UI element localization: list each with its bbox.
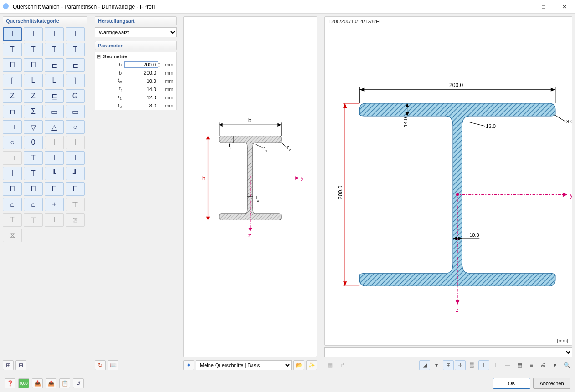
profile-cell-thin-i-2[interactable]: I bbox=[66, 151, 85, 165]
profile-cell-comp-8[interactable]: Π bbox=[66, 182, 85, 196]
profile-cell-i-3[interactable]: I bbox=[45, 27, 64, 41]
profile-cell-c-1[interactable]: ⊏ bbox=[45, 58, 64, 72]
add-favorite-button[interactable]: ✦ bbox=[183, 360, 194, 370]
profile-cell-ellipse[interactable]: 0 bbox=[24, 136, 43, 149]
parameter-group-row[interactable]: ⊟ Geometrie bbox=[95, 52, 176, 61]
tool-b-icon[interactable]: — bbox=[502, 360, 513, 370]
collapse-icon[interactable]: ⊟ bbox=[95, 54, 102, 60]
info-button[interactable]: ↻ bbox=[95, 360, 106, 370]
open-favorite-button[interactable]: 📂 bbox=[293, 360, 304, 370]
tool-a-icon[interactable]: I bbox=[490, 360, 501, 370]
profile-cell-t-1[interactable]: T bbox=[3, 43, 22, 56]
print-dropdown-icon[interactable]: ▾ bbox=[549, 360, 560, 370]
profile-cell-l-2[interactable]: L bbox=[24, 74, 43, 87]
minimize-button[interactable]: – bbox=[512, 0, 533, 14]
profile-cell-comp-1[interactable]: I bbox=[3, 167, 22, 180]
param-row-tf[interactable]: tf 14.0 mm bbox=[95, 85, 176, 93]
param-row-b[interactable]: b 200.0 mm bbox=[95, 69, 176, 77]
profile-cell-pi-2[interactable]: Π bbox=[24, 58, 43, 72]
dimensions-icon[interactable]: ⊞ bbox=[443, 360, 454, 370]
close-button[interactable]: ✕ bbox=[554, 0, 575, 14]
profile-cell-circle[interactable]: ○ bbox=[66, 120, 85, 134]
search-icon[interactable]: 🔍 bbox=[561, 360, 572, 370]
profile-cell-tri-up[interactable]: △ bbox=[45, 120, 64, 134]
view-solid-icon[interactable]: ◢ bbox=[419, 360, 430, 370]
maximize-button[interactable]: □ bbox=[533, 0, 554, 14]
profile-cell-rect[interactable]: ▭ bbox=[66, 105, 85, 118]
profile-cell-pi-1[interactable]: Π bbox=[3, 58, 22, 72]
spinner-icon[interactable]: ▴▾ bbox=[158, 61, 163, 69]
profile-cell-sigma[interactable]: Σ bbox=[24, 105, 43, 118]
profile-cell-dis-7[interactable]: I bbox=[45, 213, 64, 227]
profile-cell-i-1[interactable]: I bbox=[3, 27, 22, 41]
profile-cell-comp-7[interactable]: Π bbox=[45, 182, 64, 196]
print-icon[interactable]: 🖨 bbox=[538, 360, 549, 370]
profile-cell-comp-3[interactable]: ┗ bbox=[45, 167, 64, 180]
reset-button[interactable]: ↺ bbox=[73, 378, 84, 388]
svg-text:h: h bbox=[202, 175, 205, 181]
param-row-h[interactable]: h 200.0 ▴▾ mm bbox=[95, 61, 176, 69]
ok-button[interactable]: OK bbox=[493, 378, 530, 389]
collapse-all-button[interactable]: ⊟ bbox=[15, 360, 26, 370]
profile-cell-hat-1[interactable]: ⊓ bbox=[3, 105, 22, 118]
profile-cell-comp-10[interactable]: ⌂ bbox=[24, 198, 43, 211]
expand-all-button[interactable]: ⊞ bbox=[3, 360, 14, 370]
profile-cell-dis-4[interactable]: ⊤ bbox=[66, 198, 85, 211]
profile-cell-comp-2[interactable]: T bbox=[24, 167, 43, 180]
profile-cell-l-3[interactable]: L bbox=[45, 74, 64, 87]
export-button[interactable]: 📤 bbox=[46, 378, 56, 388]
pointer-icon[interactable]: ↱ bbox=[337, 360, 348, 370]
profile-cell-i-2[interactable]: I bbox=[24, 27, 43, 41]
profile-cell-thin-t-1[interactable]: T bbox=[24, 151, 43, 165]
profile-cell-plus[interactable]: + bbox=[45, 198, 64, 211]
profile-cell-hat-2[interactable]: ▭ bbox=[45, 105, 64, 118]
help-button[interactable]: ❓ bbox=[5, 378, 15, 388]
profile-cell-i-4[interactable]: I bbox=[66, 27, 85, 41]
param-row-tw[interactable]: tw 10.0 mm bbox=[95, 77, 176, 85]
profile-cell-dis-2[interactable]: I bbox=[66, 136, 85, 149]
axes-icon[interactable]: ✛ bbox=[455, 360, 466, 370]
favorites-select[interactable]: Meine Querschnitte | Basis bbox=[196, 360, 292, 370]
stress-icon[interactable]: ▦ bbox=[324, 360, 335, 370]
profile-cell-z-1[interactable]: Z bbox=[3, 89, 22, 103]
profile-cell-l-1[interactable]: ⌈ bbox=[3, 74, 22, 87]
profile-cell-tri-down[interactable]: ▽ bbox=[24, 120, 43, 134]
profile-cell-z-2[interactable]: Z bbox=[24, 89, 43, 103]
profile-cell-comp-4[interactable]: ┛ bbox=[66, 167, 85, 180]
profile-cell-ring[interactable]: ○ bbox=[3, 136, 22, 149]
profile-cell-c-2[interactable]: ⊏ bbox=[66, 58, 85, 72]
profile-cell-dis-6[interactable]: ⊤ bbox=[24, 213, 43, 227]
grid-icon[interactable]: ▒ bbox=[467, 360, 477, 370]
param-row-r1[interactable]: r1 12.0 mm bbox=[95, 93, 176, 102]
profile-cell-comp-5[interactable]: Π bbox=[3, 182, 22, 196]
cancel-button[interactable]: Abbrechen bbox=[533, 378, 570, 389]
library-button[interactable]: 📖 bbox=[108, 360, 118, 370]
table-icon[interactable]: ▦ bbox=[514, 360, 525, 370]
profile-cell-l-4[interactable]: ⌉ bbox=[66, 74, 85, 87]
profile-cell-comp-6[interactable]: Π bbox=[24, 182, 43, 196]
profile-cell-comp-9[interactable]: ⌂ bbox=[3, 198, 22, 211]
profile-cell-t-4[interactable]: T bbox=[66, 43, 85, 56]
list-icon[interactable]: ≡ bbox=[526, 360, 537, 370]
profile-cell-t-3[interactable]: T bbox=[45, 43, 64, 56]
values-icon[interactable]: I bbox=[478, 360, 489, 370]
aux-dropdown[interactable]: -- bbox=[324, 347, 572, 357]
profile-cell-box[interactable]: □ bbox=[3, 120, 22, 134]
manufacturing-select[interactable]: Warmgewalzt bbox=[95, 27, 177, 37]
title-bar: Querschnitt wählen - Parametrisch - Dünn… bbox=[0, 0, 575, 14]
import-button[interactable]: 📥 bbox=[32, 378, 43, 388]
clipboard-button[interactable]: 📋 bbox=[59, 378, 70, 388]
profile-cell-dis-8[interactable]: ⧖ bbox=[66, 213, 85, 227]
profile-cell-c-3[interactable]: ⊑ bbox=[45, 89, 64, 103]
profile-cell-g[interactable]: G bbox=[66, 89, 85, 103]
profile-cell-dis-1[interactable]: I bbox=[45, 136, 64, 149]
new-favorite-button[interactable]: ✨ bbox=[306, 360, 317, 370]
view-dropdown-icon[interactable]: ▾ bbox=[431, 360, 442, 370]
profile-cell-dis-3[interactable]: □ bbox=[3, 151, 22, 165]
profile-cell-t-2[interactable]: T bbox=[24, 43, 43, 56]
param-row-r2[interactable]: r2 8.0 mm bbox=[95, 102, 176, 110]
profile-cell-dis-5[interactable]: T bbox=[3, 213, 22, 227]
profile-cell-thin-i-1[interactable]: I bbox=[45, 151, 64, 165]
units-button[interactable]: 0,00 bbox=[18, 378, 29, 388]
profile-cell-dis-9[interactable]: ⧖ bbox=[3, 229, 22, 242]
